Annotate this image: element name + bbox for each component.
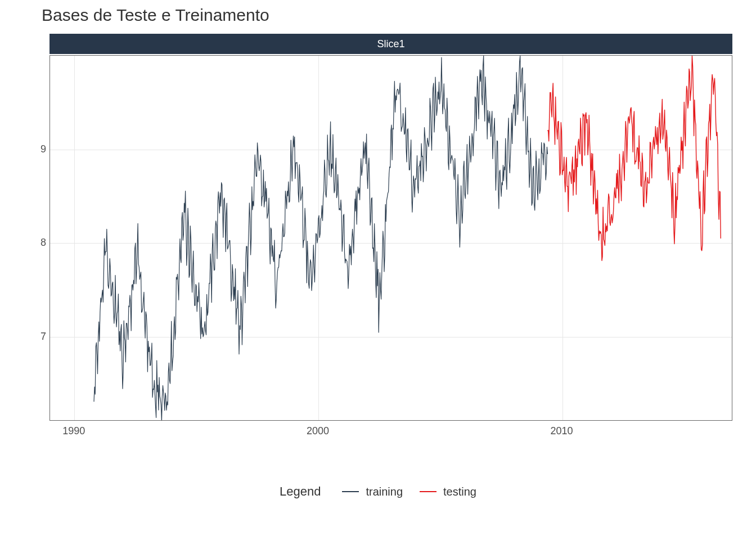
legend-title: Legend	[280, 484, 321, 499]
series-line-testing	[548, 56, 721, 260]
legend-line-training	[342, 491, 359, 493]
series-line-training	[94, 56, 548, 421]
x-tick-label: 2000	[307, 425, 329, 437]
legend: Legend training testing	[0, 484, 756, 500]
legend-item-training: training	[341, 484, 403, 500]
y-tick-label: 9	[12, 143, 46, 155]
x-tick-label: 2010	[550, 425, 573, 437]
facet-strip: Slice1	[50, 34, 732, 54]
y-tick-label: 7	[12, 331, 46, 343]
y-tick-label: 8	[12, 237, 46, 249]
legend-label-testing: testing	[443, 485, 476, 498]
legend-swatch-testing	[418, 484, 438, 500]
legend-line-testing	[420, 491, 436, 493]
legend-item-testing: testing	[418, 484, 476, 500]
series-svg	[50, 56, 732, 421]
x-tick-label: 1990	[62, 425, 85, 437]
plot-panel	[50, 55, 732, 421]
chart-title: Bases de Teste e Treinamento	[42, 6, 269, 25]
chart-container: Bases de Teste e Treinamento Slice1 7891…	[0, 0, 756, 540]
legend-swatch-training	[341, 484, 360, 500]
facet-label: Slice1	[377, 38, 404, 50]
legend-label-training: training	[366, 485, 403, 498]
